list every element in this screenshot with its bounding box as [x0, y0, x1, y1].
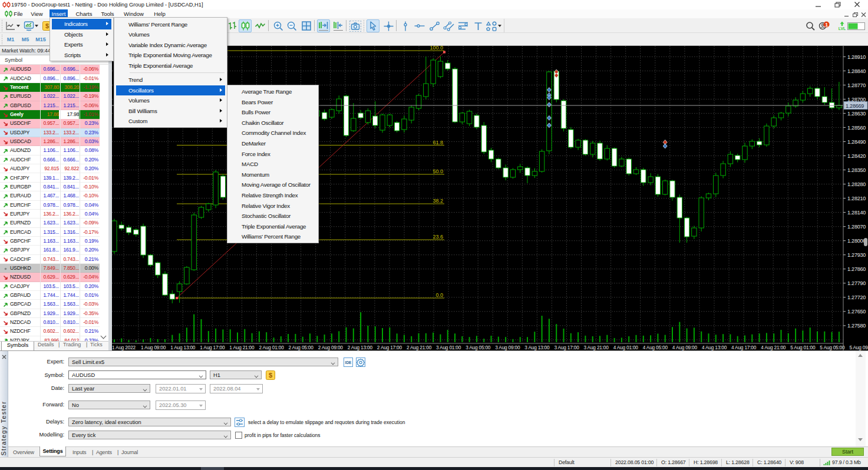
svg-text:4 Aug 05:00: 4 Aug 05:00	[643, 345, 668, 350]
svg-text:1.28000: 1.28000	[847, 238, 866, 244]
svg-text:1 Aug 17:00: 1 Aug 17:00	[200, 345, 225, 350]
svg-text:1.27650: 1.27650	[847, 309, 866, 315]
svg-text:1.28840: 1.28840	[847, 68, 866, 74]
svg-text:$: $	[45, 22, 49, 29]
svg-text:LVL: LVL	[839, 27, 846, 31]
svg-text:4 Aug 13:00: 4 Aug 13:00	[702, 345, 727, 350]
svg-text:1.28420: 1.28420	[847, 153, 866, 159]
svg-text:1.28070: 1.28070	[847, 224, 866, 230]
svg-text:1 Aug 09:00: 1 Aug 09:00	[141, 345, 166, 350]
svg-text:1.27790: 1.27790	[847, 280, 866, 286]
svg-text:2 Aug 13:00: 2 Aug 13:00	[348, 345, 373, 350]
svg-text:1 Aug 21:00: 1 Aug 21:00	[229, 345, 255, 350]
svg-text:3 Aug 01:00: 3 Aug 01:00	[436, 345, 461, 350]
svg-text:1.28560: 1.28560	[847, 125, 866, 131]
svg-text:2 Aug 09:00: 2 Aug 09:00	[318, 345, 344, 350]
svg-text:1.28770: 1.28770	[847, 82, 866, 88]
svg-text:3 Aug 13:00: 3 Aug 13:00	[524, 345, 550, 350]
svg-text:61.8: 61.8	[433, 140, 443, 145]
svg-text:38.2: 38.2	[433, 198, 443, 204]
svg-text:5 Aug 01:00: 5 Aug 01:00	[790, 345, 816, 350]
svg-text:1: 1	[825, 22, 828, 28]
svg-text:1.28140: 1.28140	[847, 210, 866, 216]
svg-text:1.27930: 1.27930	[847, 252, 866, 258]
svg-text:1.28490: 1.28490	[847, 139, 866, 145]
svg-text:2 Aug 01:00: 2 Aug 01:00	[259, 345, 284, 350]
svg-text:3 Aug 17:00: 3 Aug 17:00	[554, 345, 579, 350]
svg-text:1.28910: 1.28910	[847, 54, 866, 60]
svg-text:2 Aug 05:00: 2 Aug 05:00	[289, 345, 314, 350]
svg-text:4 Aug 01:00: 4 Aug 01:00	[613, 345, 639, 350]
svg-text:4 Aug 09:00: 4 Aug 09:00	[672, 345, 698, 350]
svg-text:1.28210: 1.28210	[847, 196, 866, 201]
svg-text:1.27580: 1.27580	[847, 323, 866, 329]
svg-text:1 Aug 13:00: 1 Aug 13:00	[170, 345, 196, 350]
svg-text:5 Aug 09:00: 5 Aug 09:00	[849, 345, 868, 350]
svg-text:1.28350: 1.28350	[847, 167, 866, 173]
svg-text:3 Aug 05:00: 3 Aug 05:00	[466, 345, 491, 350]
svg-text:4 Aug 21:00: 4 Aug 21:00	[761, 345, 786, 350]
svg-text:1.27720: 1.27720	[847, 294, 866, 300]
svg-text:50.0: 50.0	[433, 168, 443, 174]
svg-text:23.6: 23.6	[433, 234, 443, 240]
svg-text:1.28280: 1.28280	[847, 181, 866, 187]
svg-text:5 Aug 05:00: 5 Aug 05:00	[820, 345, 845, 350]
svg-text:4 Aug 17:00: 4 Aug 17:00	[731, 345, 757, 350]
svg-text:$: $	[269, 372, 272, 379]
svg-text:3 Aug 21:00: 3 Aug 21:00	[584, 345, 609, 350]
svg-text:0.0: 0.0	[435, 292, 443, 298]
svg-text:1.27860: 1.27860	[847, 266, 866, 272]
svg-text:1.28669: 1.28669	[846, 103, 864, 109]
svg-text:100.0: 100.0	[430, 46, 443, 51]
svg-text:1.28630: 1.28630	[847, 111, 866, 117]
svg-text:2 Aug 17:00: 2 Aug 17:00	[377, 345, 402, 350]
svg-text:1 Aug 2022: 1 Aug 2022	[112, 345, 136, 350]
svg-text:2 Aug 21:00: 2 Aug 21:00	[407, 345, 432, 350]
svg-text:3 Aug 09:00: 3 Aug 09:00	[495, 345, 520, 350]
